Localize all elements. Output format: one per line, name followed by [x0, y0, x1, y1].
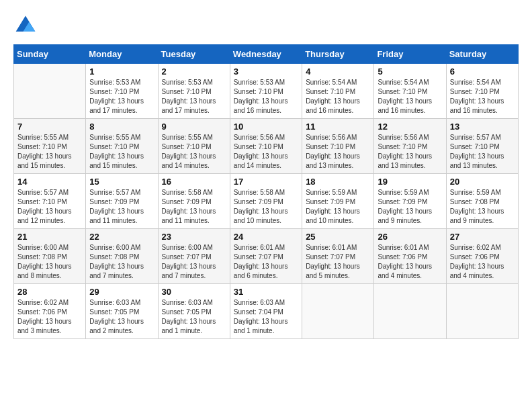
day-info: Sunrise: 5:56 AM Sunset: 7:10 PM Dayligh… — [306, 133, 370, 171]
week-row-1: 1Sunrise: 5:53 AM Sunset: 7:10 PM Daylig… — [14, 64, 519, 119]
day-cell-26: 26Sunrise: 6:01 AM Sunset: 7:06 PM Dayli… — [374, 229, 446, 284]
day-cell-14: 14Sunrise: 5:57 AM Sunset: 7:10 PM Dayli… — [14, 174, 86, 229]
day-info: Sunrise: 5:58 AM Sunset: 7:09 PM Dayligh… — [162, 188, 226, 226]
day-number: 15 — [89, 177, 154, 187]
logo-icon — [13, 13, 38, 38]
day-info: Sunrise: 5:54 AM Sunset: 7:10 PM Dayligh… — [450, 78, 515, 116]
day-info: Sunrise: 5:56 AM Sunset: 7:10 PM Dayligh… — [234, 133, 298, 171]
calendar-body: 1Sunrise: 5:53 AM Sunset: 7:10 PM Daylig… — [14, 64, 519, 339]
empty-cell — [446, 284, 518, 339]
day-info: Sunrise: 5:59 AM Sunset: 7:09 PM Dayligh… — [378, 188, 442, 226]
day-number: 22 — [89, 232, 154, 242]
day-cell-31: 31Sunrise: 6:03 AM Sunset: 7:04 PM Dayli… — [230, 284, 302, 339]
day-cell-2: 2Sunrise: 5:53 AM Sunset: 7:10 PM Daylig… — [158, 64, 230, 119]
day-info: Sunrise: 5:54 AM Sunset: 7:10 PM Dayligh… — [378, 78, 442, 116]
calendar-header-row: SundayMondayTuesdayWednesdayThursdayFrid… — [14, 45, 519, 64]
day-number: 26 — [378, 232, 442, 242]
day-cell-12: 12Sunrise: 5:56 AM Sunset: 7:10 PM Dayli… — [374, 119, 446, 174]
week-row-3: 14Sunrise: 5:57 AM Sunset: 7:10 PM Dayli… — [14, 174, 519, 229]
day-cell-15: 15Sunrise: 5:57 AM Sunset: 7:09 PM Dayli… — [86, 174, 158, 229]
day-cell-29: 29Sunrise: 6:03 AM Sunset: 7:05 PM Dayli… — [86, 284, 158, 339]
day-number: 16 — [162, 177, 226, 187]
day-cell-30: 30Sunrise: 6:03 AM Sunset: 7:05 PM Dayli… — [158, 284, 230, 339]
day-info: Sunrise: 6:03 AM Sunset: 7:05 PM Dayligh… — [89, 298, 154, 336]
day-number: 11 — [306, 122, 370, 132]
empty-cell — [14, 64, 86, 119]
day-cell-27: 27Sunrise: 6:02 AM Sunset: 7:06 PM Dayli… — [446, 229, 518, 284]
day-cell-28: 28Sunrise: 6:02 AM Sunset: 7:06 PM Dayli… — [14, 284, 86, 339]
day-info: Sunrise: 5:57 AM Sunset: 7:09 PM Dayligh… — [89, 188, 154, 226]
day-cell-16: 16Sunrise: 5:58 AM Sunset: 7:09 PM Dayli… — [158, 174, 230, 229]
day-info: Sunrise: 5:55 AM Sunset: 7:10 PM Dayligh… — [89, 133, 154, 171]
day-number: 19 — [378, 177, 442, 187]
logo — [13, 13, 42, 38]
day-number: 1 — [89, 66, 154, 77]
day-info: Sunrise: 5:53 AM Sunset: 7:10 PM Dayligh… — [89, 78, 154, 116]
day-number: 29 — [89, 287, 154, 297]
day-cell-20: 20Sunrise: 5:59 AM Sunset: 7:08 PM Dayli… — [446, 174, 518, 229]
day-cell-6: 6Sunrise: 5:54 AM Sunset: 7:10 PM Daylig… — [446, 64, 518, 119]
day-number: 23 — [162, 232, 226, 242]
day-cell-21: 21Sunrise: 6:00 AM Sunset: 7:08 PM Dayli… — [14, 229, 86, 284]
day-cell-8: 8Sunrise: 5:55 AM Sunset: 7:10 PM Daylig… — [86, 119, 158, 174]
day-number: 18 — [306, 177, 370, 187]
day-cell-19: 19Sunrise: 5:59 AM Sunset: 7:09 PM Dayli… — [374, 174, 446, 229]
day-cell-25: 25Sunrise: 6:01 AM Sunset: 7:07 PM Dayli… — [302, 229, 374, 284]
week-row-2: 7Sunrise: 5:55 AM Sunset: 7:10 PM Daylig… — [14, 119, 519, 174]
day-cell-1: 1Sunrise: 5:53 AM Sunset: 7:10 PM Daylig… — [86, 64, 158, 119]
day-number: 4 — [306, 66, 370, 77]
day-number: 3 — [234, 66, 298, 77]
day-cell-23: 23Sunrise: 6:00 AM Sunset: 7:07 PM Dayli… — [158, 229, 230, 284]
week-row-4: 21Sunrise: 6:00 AM Sunset: 7:08 PM Dayli… — [14, 229, 519, 284]
day-cell-24: 24Sunrise: 6:01 AM Sunset: 7:07 PM Dayli… — [230, 229, 302, 284]
day-number: 2 — [162, 66, 226, 77]
day-info: Sunrise: 5:55 AM Sunset: 7:10 PM Dayligh… — [17, 133, 82, 171]
day-cell-3: 3Sunrise: 5:53 AM Sunset: 7:10 PM Daylig… — [230, 64, 302, 119]
day-cell-9: 9Sunrise: 5:55 AM Sunset: 7:10 PM Daylig… — [158, 119, 230, 174]
day-cell-7: 7Sunrise: 5:55 AM Sunset: 7:10 PM Daylig… — [14, 119, 86, 174]
day-number: 6 — [450, 66, 515, 77]
day-info: Sunrise: 5:56 AM Sunset: 7:10 PM Dayligh… — [378, 133, 442, 171]
day-cell-4: 4Sunrise: 5:54 AM Sunset: 7:10 PM Daylig… — [302, 64, 374, 119]
day-number: 31 — [234, 287, 298, 297]
day-number: 5 — [378, 66, 442, 77]
week-row-5: 28Sunrise: 6:02 AM Sunset: 7:06 PM Dayli… — [14, 284, 519, 339]
day-number: 24 — [234, 232, 298, 242]
empty-cell — [374, 284, 446, 339]
day-info: Sunrise: 5:55 AM Sunset: 7:10 PM Dayligh… — [162, 133, 226, 171]
day-info: Sunrise: 6:01 AM Sunset: 7:07 PM Dayligh… — [306, 243, 370, 281]
day-number: 10 — [234, 122, 298, 132]
day-number: 30 — [162, 287, 226, 297]
day-cell-5: 5Sunrise: 5:54 AM Sunset: 7:10 PM Daylig… — [374, 64, 446, 119]
col-header-monday: Monday — [86, 45, 158, 64]
day-info: Sunrise: 5:54 AM Sunset: 7:10 PM Dayligh… — [306, 78, 370, 116]
day-number: 20 — [450, 177, 515, 187]
day-cell-18: 18Sunrise: 5:59 AM Sunset: 7:09 PM Dayli… — [302, 174, 374, 229]
day-number: 9 — [162, 122, 226, 132]
day-info: Sunrise: 5:57 AM Sunset: 7:10 PM Dayligh… — [450, 133, 515, 171]
col-header-sunday: Sunday — [14, 45, 86, 64]
day-number: 27 — [450, 232, 515, 242]
calendar-table: SundayMondayTuesdayWednesdayThursdayFrid… — [13, 44, 519, 339]
day-number: 28 — [17, 287, 82, 297]
day-info: Sunrise: 5:57 AM Sunset: 7:10 PM Dayligh… — [17, 188, 82, 226]
day-info: Sunrise: 5:58 AM Sunset: 7:09 PM Dayligh… — [234, 188, 298, 226]
day-number: 14 — [17, 177, 82, 187]
day-info: Sunrise: 6:00 AM Sunset: 7:08 PM Dayligh… — [17, 243, 82, 281]
empty-cell — [302, 284, 374, 339]
col-header-tuesday: Tuesday — [158, 45, 230, 64]
day-number: 8 — [89, 122, 154, 132]
day-info: Sunrise: 6:00 AM Sunset: 7:08 PM Dayligh… — [89, 243, 154, 281]
day-info: Sunrise: 6:01 AM Sunset: 7:07 PM Dayligh… — [234, 243, 298, 281]
day-cell-22: 22Sunrise: 6:00 AM Sunset: 7:08 PM Dayli… — [86, 229, 158, 284]
day-number: 7 — [17, 122, 82, 132]
day-info: Sunrise: 5:53 AM Sunset: 7:10 PM Dayligh… — [234, 78, 298, 116]
day-info: Sunrise: 6:03 AM Sunset: 7:04 PM Dayligh… — [234, 298, 298, 336]
col-header-wednesday: Wednesday — [230, 45, 302, 64]
day-info: Sunrise: 6:02 AM Sunset: 7:06 PM Dayligh… — [17, 298, 82, 336]
day-number: 17 — [234, 177, 298, 187]
day-info: Sunrise: 6:02 AM Sunset: 7:06 PM Dayligh… — [450, 243, 515, 281]
day-number: 12 — [378, 122, 442, 132]
day-cell-17: 17Sunrise: 5:58 AM Sunset: 7:09 PM Dayli… — [230, 174, 302, 229]
day-number: 21 — [17, 232, 82, 242]
